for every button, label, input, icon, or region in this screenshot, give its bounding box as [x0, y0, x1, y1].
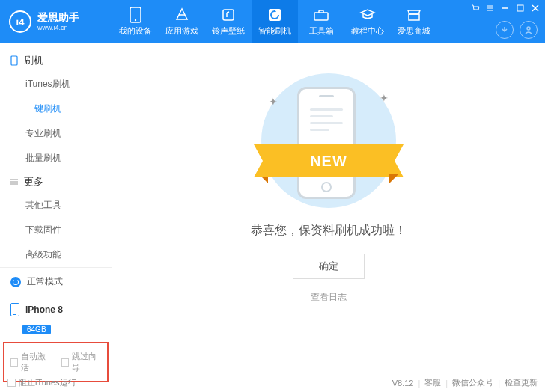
top-tabs: 我的设备 应用游戏 铃声壁纸 智能刷机 工具箱 教程中心 爱思商城: [112, 0, 437, 43]
svg-rect-5: [314, 13, 328, 20]
checkbox-skip-guide[interactable]: 跳过向导: [61, 351, 102, 373]
svg-point-14: [527, 27, 530, 30]
app-subtitle: www.i4.cn: [37, 24, 79, 31]
ok-button[interactable]: 确定: [293, 254, 365, 279]
maximize-icon[interactable]: [515, 3, 526, 13]
tab-ringtones[interactable]: 铃声壁纸: [205, 0, 252, 43]
checkbox-icon: [10, 358, 18, 367]
checkbox-block-itunes[interactable]: 阻止iTunes运行: [7, 377, 76, 388]
svg-rect-6: [409, 14, 419, 20]
tab-my-device[interactable]: 我的设备: [112, 0, 159, 43]
sparkle-icon: ✦: [380, 92, 389, 104]
mode-row[interactable]: 正常模式: [0, 268, 112, 295]
device-icon: [10, 303, 19, 316]
checkbox-row-highlighted: 自动激活 跳过向导: [3, 342, 109, 382]
sidebar: 刷机 iTunes刷机 一键刷机 专业刷机 批量刷机 更多 其他工具 下载固件 …: [0, 43, 112, 373]
sidebar-bottom: 正常模式 iPhone 8 64GB 自动激活 跳过向导: [0, 267, 112, 387]
main-content: ✦ ✦ ✦ ✦ NEW 恭喜您，保资料刷机成功啦！ 确定 查看日志: [112, 43, 545, 373]
sidebar-section-flash[interactable]: 刷机: [0, 49, 112, 72]
sidebar-item-oneclick-flash[interactable]: 一键刷机: [0, 97, 112, 121]
sidebar-item-batch-flash[interactable]: 批量刷机: [0, 146, 112, 171]
tab-toolbox[interactable]: 工具箱: [298, 0, 344, 43]
svg-point-1: [135, 19, 136, 21]
version-label: V8.12: [392, 379, 414, 388]
download-icon[interactable]: [496, 21, 514, 39]
window-controls: [470, 3, 541, 13]
app-header: i4 爱思助手 www.i4.cn 我的设备 应用游戏 铃声壁纸 智能刷机 工具…: [0, 0, 545, 43]
sidebar-item-advanced[interactable]: 高级功能: [0, 242, 112, 267]
new-ribbon: NEW: [250, 144, 407, 177]
footer-link-wechat[interactable]: 微信公众号: [452, 377, 493, 388]
more-icon: [9, 178, 19, 186]
view-log-link[interactable]: 查看日志: [311, 291, 347, 304]
footer-right: V8.12 | 客服 | 微信公众号 | 检查更新: [392, 377, 538, 388]
user-icon[interactable]: [520, 21, 538, 39]
sidebar-section-more[interactable]: 更多: [0, 171, 112, 193]
success-message: 恭喜您，保资料刷机成功啦！: [251, 223, 407, 239]
phone-illustration: [297, 87, 356, 199]
checkbox-auto-activate[interactable]: 自动激活: [10, 351, 51, 373]
sidebar-item-pro-flash[interactable]: 专业刷机: [0, 121, 112, 146]
tab-apps-games[interactable]: 应用游戏: [159, 0, 205, 43]
footer-link-update[interactable]: 检查更新: [505, 377, 538, 388]
tab-smart-flash[interactable]: 智能刷机: [252, 0, 298, 43]
sidebar-item-download-firmware[interactable]: 下载固件: [0, 218, 112, 242]
checkbox-icon: [7, 379, 16, 387]
success-illustration: ✦ ✦ ✦ ✦ NEW: [254, 73, 404, 208]
footer-link-support[interactable]: 客服: [424, 377, 441, 388]
svg-rect-3: [223, 10, 234, 20]
device-name: iPhone 8: [25, 304, 63, 315]
mode-icon: [10, 277, 21, 287]
app-title: 爱思助手: [37, 12, 79, 23]
sparkle-icon: ✦: [269, 96, 278, 108]
svg-rect-11: [517, 5, 523, 11]
tab-store[interactable]: 爱思商城: [391, 0, 437, 43]
sidebar-item-other-tools[interactable]: 其他工具: [0, 193, 112, 218]
sidebar-item-itunes-flash[interactable]: iTunes刷机: [0, 72, 112, 97]
menu-icon[interactable]: [485, 3, 496, 13]
logo-text: 爱思助手 www.i4.cn: [37, 12, 79, 31]
logo-icon: i4: [9, 10, 31, 33]
checkbox-icon: [61, 358, 69, 367]
close-icon[interactable]: [530, 3, 541, 13]
logo-area: i4 爱思助手 www.i4.cn: [0, 10, 112, 33]
tab-tutorials[interactable]: 教程中心: [344, 0, 391, 43]
body: 刷机 iTunes刷机 一键刷机 专业刷机 批量刷机 更多 其他工具 下载固件 …: [0, 43, 545, 373]
header-actions: [496, 21, 538, 39]
phone-icon: [9, 55, 19, 66]
cart-icon[interactable]: [470, 3, 481, 13]
device-row[interactable]: iPhone 8: [0, 295, 112, 324]
svg-rect-15: [11, 56, 17, 65]
minimize-icon[interactable]: [500, 3, 511, 13]
mode-label: 正常模式: [27, 275, 63, 288]
storage-badge: 64GB: [22, 325, 51, 334]
